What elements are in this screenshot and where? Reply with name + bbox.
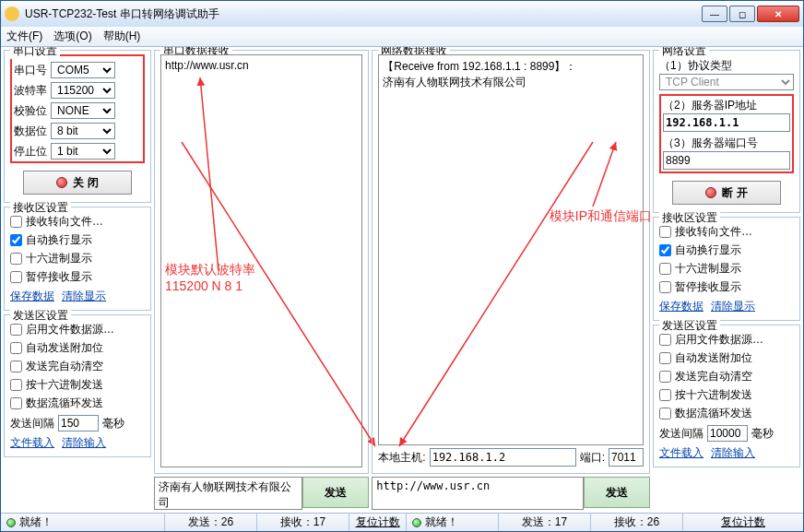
load-file-link[interactable]: 文件载入	[10, 436, 54, 449]
recv-autowrap-check[interactable]: 自动换行显示	[10, 232, 145, 248]
send-append-check[interactable]: 自动发送附加位	[10, 340, 145, 356]
serial-close-button[interactable]: 关 闭	[23, 171, 132, 195]
menu-file[interactable]: 文件(F)	[6, 29, 42, 44]
send-loop-check[interactable]: 数据流循环发送	[10, 396, 145, 411]
local-port-input[interactable]	[609, 448, 644, 467]
record-icon	[56, 177, 67, 188]
menu-help[interactable]: 帮助(H)	[103, 29, 141, 44]
net-disconnect-button[interactable]: 断 开	[672, 181, 781, 205]
net-recv-group: 网络数据接收 【Receive from 192.168.1.1 : 8899】…	[372, 50, 650, 474]
serial-data-select[interactable]: 8 bit	[51, 123, 115, 139]
serial-parity-select[interactable]: NONE	[51, 102, 115, 119]
clear-display-link[interactable]: 清除显示	[62, 290, 106, 302]
send-options-group-left: 发送区设置 启用文件数据源… 自动发送附加位 发送完自动清空 按十六进制发送 数…	[4, 314, 151, 457]
app-icon	[5, 6, 19, 21]
recv-options-group-left: 接收区设置 接收转向文件… 自动换行显示 十六进制显示 暂停接收显示 保存数据清…	[4, 207, 151, 311]
status-led-icon	[6, 518, 16, 527]
serial-settings-group: 串口设置 串口号COM5 波特率115200 校验位NONE 数据位8 bit …	[4, 50, 151, 203]
serial-port-select[interactable]: COM5	[51, 62, 115, 78]
save-data-link[interactable]: 保存数据	[10, 290, 54, 302]
serial-send-input[interactable]: 济南有人物联网技术有限公司	[154, 477, 302, 510]
close-button[interactable]: ✕	[757, 6, 799, 22]
serial-send-button[interactable]: 发送	[302, 477, 369, 508]
serial-stop-select[interactable]: 1 bit	[51, 143, 115, 160]
reset-count-left[interactable]: 复位计数	[356, 514, 400, 530]
serial-baud-select[interactable]: 115200	[51, 82, 115, 99]
server-port-input[interactable]	[663, 151, 790, 170]
recv-pause-check[interactable]: 暂停接收显示	[10, 269, 145, 285]
reset-count-right[interactable]: 复位计数	[721, 514, 765, 530]
menu-options[interactable]: 选项(O)	[53, 29, 91, 44]
status-recv-left: 接收：17	[257, 514, 349, 531]
recv-hex-check[interactable]: 十六进制显示	[10, 251, 145, 266]
send-filesrc-check[interactable]: 启用文件数据源…	[10, 322, 145, 337]
net-send-button[interactable]: 发送	[584, 477, 650, 508]
net-recv-textbox[interactable]: 【Receive from 192.168.1.1 : 8899】： 济南有人物…	[378, 54, 644, 445]
send-clear-check[interactable]: 发送完自动清空	[10, 359, 145, 374]
serial-recv-textbox[interactable]: http://www.usr.cn	[160, 54, 362, 467]
send-interval-input[interactable]	[58, 415, 99, 432]
recv-to-file-check[interactable]: 接收转向文件…	[10, 214, 145, 230]
serial-recv-group: 串口数据接收 http://www.usr.cn	[154, 50, 369, 474]
send-hex-check[interactable]: 按十六进制发送	[10, 377, 145, 393]
net-proto-select[interactable]: TCP Client	[659, 74, 794, 90]
window-title: USR-TCP232-Test 串口转网络调试助手	[25, 6, 702, 22]
record-icon	[705, 187, 716, 198]
net-settings-group: 网络设置 （1）协议类型 TCP Client （2）服务器IP地址 （3）服务…	[653, 50, 800, 213]
recv-options-group-right: 接收区设置 接收转向文件… 自动换行显示 十六进制显示 暂停接收显示 保存数据清…	[653, 217, 800, 321]
status-sent-left: 发送：26	[165, 514, 257, 531]
server-ip-input[interactable]	[663, 113, 790, 132]
net-send-input[interactable]: http://www.usr.cn	[372, 477, 584, 510]
local-host-input[interactable]	[430, 448, 576, 467]
clear-input-link[interactable]: 清除输入	[62, 436, 106, 449]
maximize-button[interactable]: ◻	[729, 6, 755, 22]
status-ready: 就绪！	[19, 514, 53, 530]
minimize-button[interactable]: —	[702, 6, 727, 22]
send-options-group-right: 发送区设置 启用文件数据源… 自动发送附加位 发送完自动清空 按十六进制发送 数…	[653, 325, 800, 467]
